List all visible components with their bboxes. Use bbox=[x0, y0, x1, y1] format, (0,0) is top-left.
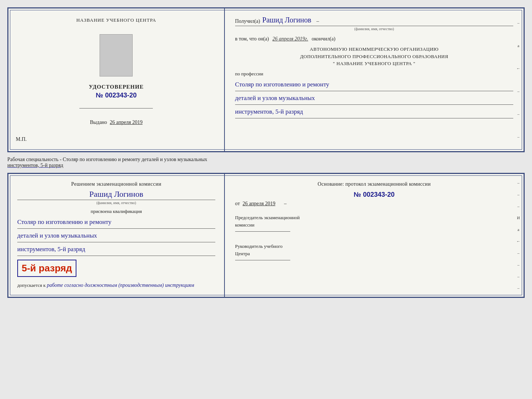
dopuskaetsya-prefix: допускается к bbox=[17, 282, 46, 288]
middle-label: Рабочая специальность - Столяр по изгото… bbox=[7, 155, 525, 170]
school-name-top: НАЗВАНИЕ УЧЕБНОГО ЦЕНТРА bbox=[76, 17, 156, 23]
bottom-cert-right: Основание: протокол экзаменационной коми… bbox=[225, 174, 524, 297]
chairman-block: Председатель экзаменационной комиссии bbox=[235, 214, 513, 232]
side-char-b9: – bbox=[517, 274, 520, 279]
vtom-row: в том, что он(а) 26 апреля 2019г. окончи… bbox=[235, 36, 513, 42]
cert-number-top: № 002343-20 bbox=[96, 92, 137, 99]
vydano-label: Выдано bbox=[90, 120, 107, 125]
org-block: АВТОНОМНУЮ НЕКОММЕРЧЕСКУЮ ОРГАНИЗАЦИЮ ДО… bbox=[235, 46, 513, 67]
recipient-name-top: Рашид Логинов bbox=[262, 16, 311, 24]
top-cert-right: Получил(а) Рашид Логинов – (фамилия, имя… bbox=[225, 8, 524, 151]
bottom-certificate: Решением экзаменационной комиссии Рашид … bbox=[7, 173, 525, 298]
profession-block-top: Столяр по изготовлению и ремонту деталей… bbox=[235, 78, 513, 118]
side-char-4: – bbox=[517, 89, 520, 93]
side-char-b5: а bbox=[518, 227, 520, 232]
side-char-b1: – bbox=[517, 181, 520, 185]
side-strip-bottom: – – – И а ← – – – – bbox=[513, 174, 524, 297]
top-cert-left: НАЗВАНИЕ УЧЕБНОГО ЦЕНТРА УДОСТОВЕРЕНИЕ №… bbox=[8, 8, 225, 151]
dopuskaetsya-row: допускается к работе согласно должностны… bbox=[17, 281, 215, 289]
protocol-number-bottom: № 002343-20 bbox=[235, 191, 513, 199]
fio-sublabel-top: (фамилия, имя, отчество) bbox=[235, 26, 513, 31]
vtom-date: 26 апреля 2019г. bbox=[272, 36, 308, 42]
poluchil-label: Получил(а) bbox=[235, 18, 260, 24]
chairman-signature-line bbox=[235, 231, 290, 232]
side-char-b10: – bbox=[517, 286, 520, 290]
fio-sublabel-bottom: (фамилия, имя, отчество) bbox=[17, 200, 215, 205]
okončil-label: окончил(а) bbox=[312, 36, 335, 42]
bottom-cert-left: Решением экзаменационной комиссии Рашид … bbox=[8, 174, 225, 297]
chairman-line1: Председатель экзаменационной bbox=[235, 214, 513, 221]
page-wrapper: НАЗВАНИЕ УЧЕБНОГО ЦЕНТРА УДОСТОВЕРЕНИЕ №… bbox=[7, 7, 525, 298]
dopuskaetsya-italic: работе согласно должностным (производств… bbox=[47, 282, 194, 288]
poluchil-row: Получил(а) Рашид Логинов – bbox=[235, 16, 513, 24]
org-line3: " НАЗВАНИЕ УЧЕБНОГО ЦЕНТРА " bbox=[235, 60, 513, 67]
rank-badge-text: 5-й разряд bbox=[22, 263, 72, 274]
top-certificate: НАЗВАНИЕ УЧЕБНОГО ЦЕНТРА УДОСТОВЕРЕНИЕ №… bbox=[7, 7, 525, 152]
rukovoditel-line2: Центра bbox=[235, 250, 513, 257]
side-strip-top: – а ← – – – bbox=[513, 8, 524, 151]
prof-bottom-3: инструментов, 5-й разряд bbox=[17, 243, 215, 256]
dash-top: – bbox=[316, 18, 319, 24]
vydano-date: 26 апреля 2019 bbox=[110, 120, 143, 125]
org-line1: АВТОНОМНУЮ НЕКОММЕРЧЕСКУЮ ОРГАНИЗАЦИЮ bbox=[235, 46, 513, 53]
rukovoditel-signature-line bbox=[235, 260, 290, 260]
side-char-b6: ← bbox=[516, 239, 520, 243]
rukovoditel-block: Руководитель учебного Центра bbox=[235, 243, 513, 260]
prof-bottom-1: Столяр по изготовлению и ремонту bbox=[17, 216, 215, 229]
side-char-3: ← bbox=[516, 66, 520, 71]
side-char-b8: – bbox=[517, 263, 520, 267]
prisvoena-text: присвоена квалификация bbox=[17, 209, 215, 214]
ot-prefix: от bbox=[235, 201, 240, 206]
profession-line2-top: деталей и узлов музыкальных bbox=[235, 92, 513, 105]
profession-line1-top: Столяр по изготовлению и ремонту bbox=[235, 78, 513, 91]
mp-label: М.П. bbox=[16, 125, 27, 142]
side-char-b2: – bbox=[517, 192, 520, 197]
profession-block-bottom: Столяр по изготовлению и ремонту деталей… bbox=[17, 216, 215, 256]
side-char-b3: – bbox=[517, 204, 520, 209]
prof-bottom-2: деталей и узлов музыкальных bbox=[17, 229, 215, 242]
middle-text-prefix: Рабочая специальность - Столяр по изгото… bbox=[7, 157, 207, 162]
rukovoditel-line1: Руководитель учебного bbox=[235, 243, 513, 250]
middle-text-line2: инструментов, 5-й разряд bbox=[7, 163, 63, 168]
rank-badge: 5-й разряд bbox=[17, 260, 76, 277]
resheniem-text: Решением экзаменационной комиссии bbox=[17, 181, 215, 187]
osnovanie-text: Основание: протокол экзаменационной коми… bbox=[235, 181, 513, 187]
chairman-line2: комиссии bbox=[235, 221, 513, 229]
vydano-row: Выдано 26 апреля 2019 bbox=[90, 120, 143, 125]
org-line2: ДОПОЛНИТЕЛЬНОГО ПРОФЕССИОНАЛЬНОГО ОБРАЗО… bbox=[235, 53, 513, 60]
side-char-2: а bbox=[518, 43, 520, 48]
photo-placeholder bbox=[100, 34, 133, 76]
side-char-b7: – bbox=[517, 251, 520, 255]
ot-date: 26 апреля 2019 bbox=[242, 201, 275, 206]
udostoverenie-label: УДОСТОВЕРЕНИЕ bbox=[89, 84, 144, 90]
recipient-name-bottom: Рашид Логинов bbox=[17, 189, 215, 199]
ot-dash: – bbox=[284, 201, 287, 206]
side-char-6: – bbox=[517, 135, 520, 139]
profession-line3-top: инструментов, 5-й разряд bbox=[235, 106, 513, 118]
ot-row: от 26 апреля 2019 – bbox=[235, 201, 513, 207]
vtom-prefix: в том, что он(а) bbox=[235, 36, 269, 42]
side-char-1: – bbox=[517, 21, 520, 25]
po-professii: по профессии bbox=[235, 71, 513, 77]
side-char-5: – bbox=[517, 112, 520, 116]
side-char-b4: И bbox=[517, 215, 520, 220]
